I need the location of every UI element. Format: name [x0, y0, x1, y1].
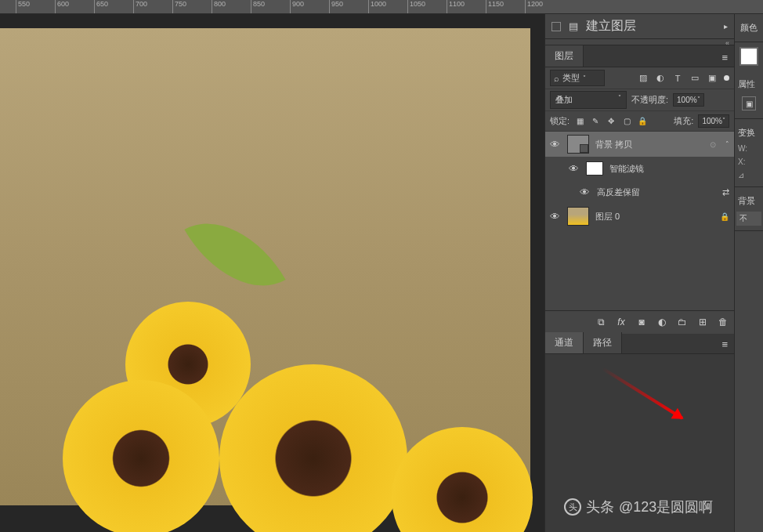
- visibility-eye-icon[interactable]: 👁: [580, 186, 591, 198]
- lock-transparency-icon[interactable]: ▦: [574, 116, 585, 127]
- blend-mode-dropdown[interactable]: 叠加 ˅: [550, 91, 627, 109]
- layer-filter-row: ⌕ 类型 ˅ ▨ ◐ T ▭ ▣: [545, 67, 734, 89]
- foreground-color-swatch[interactable]: [739, 47, 758, 66]
- lock-label: 锁定:: [550, 115, 570, 127]
- panel-menu-icon[interactable]: ≡: [715, 335, 734, 353]
- adjustment-layer-icon[interactable]: ◐: [656, 316, 668, 328]
- filter-type-icon[interactable]: T: [672, 73, 683, 84]
- chevron-down-icon: ˅: [583, 74, 586, 81]
- ruler-tick: 600: [55, 0, 69, 14]
- transform-label: 变换: [736, 124, 761, 142]
- layer-group-icon[interactable]: 🗀: [676, 316, 689, 328]
- filter-adjustment-icon[interactable]: ◐: [655, 73, 666, 84]
- fill-value: 100%: [702, 117, 722, 125]
- filter-type-dropdown[interactable]: ⌕ 类型 ˅: [550, 70, 605, 86]
- layers-list: 👁 背景 拷贝 ⊙ ˄ 👁 智能滤镜 👁 高反差保留 ⇄ 👁 图层 0 🔒: [545, 132, 734, 310]
- canvas-image[interactable]: [0, 28, 530, 505]
- filter-toggle-switch[interactable]: [724, 75, 729, 81]
- fill-label: 填充:: [674, 115, 693, 127]
- angle-icon: ⊿: [738, 171, 744, 179]
- history-state-label[interactable]: 建立图层: [586, 18, 636, 34]
- blend-mode-value: 叠加: [555, 94, 573, 106]
- image-content: [392, 427, 533, 532]
- lock-brush-icon[interactable]: ✎: [590, 116, 601, 127]
- fill-input[interactable]: 100% ˅: [698, 114, 729, 128]
- layer-mask-icon[interactable]: ◙: [635, 316, 648, 328]
- ruler-tick: 850: [251, 0, 265, 14]
- collapse-double-chevron-icon[interactable]: «: [725, 39, 729, 45]
- properties-thumbnail-icon[interactable]: ▣: [742, 96, 756, 110]
- visibility-eye-icon[interactable]: 👁: [569, 163, 580, 175]
- ruler-tick: 900: [290, 0, 304, 14]
- layer-name-label[interactable]: 高反差保留: [597, 186, 716, 198]
- layer-thumbnail[interactable]: [567, 135, 589, 154]
- opacity-value: 100%: [677, 96, 697, 104]
- tab-paths[interactable]: 路径: [584, 332, 622, 353]
- filter-pixel-icon[interactable]: ▨: [638, 73, 649, 84]
- width-label: W:: [738, 144, 747, 153]
- visibility-eye-icon[interactable]: 👁: [550, 211, 561, 223]
- tab-channels[interactable]: 通道: [545, 332, 584, 353]
- background-value-dropdown[interactable]: 不: [736, 212, 761, 226]
- lock-position-icon[interactable]: ✥: [606, 116, 617, 127]
- layer-effects-icon[interactable]: fx: [615, 316, 627, 328]
- panel-menu-icon[interactable]: ≡: [715, 49, 734, 67]
- ruler-tick: 800: [212, 0, 226, 14]
- layers-bottom-toolbar: ⧉ fx ◙ ◐ 🗀 ⊞ 🗑: [545, 310, 734, 334]
- lock-row: 锁定: ▦ ✎ ✥ ▢ 🔒 填充: 100% ˅: [545, 111, 734, 132]
- layer-item-smart-filters[interactable]: 👁 智能滤镜: [545, 157, 734, 180]
- search-icon: ⌕: [554, 74, 559, 83]
- image-content: [219, 364, 407, 532]
- ruler-tick: 1000: [368, 0, 386, 14]
- layers-panel-tabs: 图层 ≡: [545, 45, 734, 67]
- filter-mask-thumbnail[interactable]: [586, 161, 603, 176]
- chevron-down-icon: ˅: [697, 96, 700, 104]
- layer-item-layer-0[interactable]: 👁 图层 0 🔒: [545, 204, 734, 229]
- ruler-tick: 750: [172, 0, 186, 14]
- filter-smartobj-icon[interactable]: ▣: [707, 73, 718, 84]
- layer-item-background-copy[interactable]: 👁 背景 拷贝 ⊙ ˄: [545, 132, 734, 157]
- lock-all-icon[interactable]: 🔒: [637, 116, 648, 127]
- ruler-tick: 1050: [407, 0, 425, 14]
- filter-type-label: 类型: [562, 72, 580, 84]
- ruler-tick: 1200: [525, 0, 543, 14]
- layer-expand-caret-icon[interactable]: ˄: [725, 140, 729, 148]
- tab-color[interactable]: 颜色: [735, 14, 763, 42]
- canvas-workspace[interactable]: [0, 14, 544, 532]
- collapse-chevron-icon[interactable]: ▸: [724, 22, 728, 31]
- blend-mode-row: 叠加 ˅ 不透明度: 100% ˅: [545, 89, 734, 111]
- ruler-horizontal: 550 600 650 700 750 800 850 900 950 1000…: [0, 0, 763, 14]
- lock-icon[interactable]: 🔒: [720, 212, 729, 221]
- visibility-eye-icon[interactable]: 👁: [550, 139, 561, 150]
- layer-item-high-pass-filter[interactable]: 👁 高反差保留 ⇄: [545, 180, 734, 204]
- filter-shape-icon[interactable]: ▭: [689, 73, 700, 84]
- filter-blending-options-icon[interactable]: ⇄: [722, 187, 729, 197]
- smart-filter-badge-icon[interactable]: ⊙: [710, 140, 716, 149]
- layer-thumbnail[interactable]: [567, 207, 589, 226]
- tab-layers[interactable]: 图层: [545, 45, 584, 67]
- panels-sidebar: ▤ 建立图层 ▸ « 图层 ≡ ⌕ 类型 ˅ ▨ ◐ T ▭ ▣: [544, 14, 734, 532]
- checkbox-icon[interactable]: [551, 22, 561, 31]
- ruler-tick: 950: [329, 0, 343, 14]
- new-layer-icon[interactable]: ⊞: [696, 316, 709, 328]
- channels-paths-tabs: 通道 路径 ≡: [545, 334, 734, 354]
- opacity-label: 不透明度:: [631, 94, 668, 106]
- lock-artboard-icon[interactable]: ▢: [621, 116, 632, 127]
- layer-name-label[interactable]: 背景 拷贝: [595, 139, 703, 150]
- opacity-input[interactable]: 100% ˅: [673, 93, 704, 107]
- image-content: [184, 198, 285, 311]
- ruler-tick: 1150: [486, 0, 504, 14]
- paths-panel-body[interactable]: [545, 354, 734, 533]
- rightmost-dock: 颜色 属性 ▣ 变换 W: X: ⊿ 背景 不: [734, 14, 763, 532]
- ruler-tick: 550: [16, 0, 30, 14]
- document-icon: ▤: [569, 20, 578, 32]
- chevron-down-icon: ˅: [722, 117, 725, 125]
- layer-name-label[interactable]: 智能滤镜: [609, 163, 729, 175]
- tab-properties[interactable]: 属性: [736, 75, 761, 93]
- ruler-tick: 650: [94, 0, 108, 14]
- background-label: 背景: [736, 192, 761, 210]
- layer-name-label[interactable]: 图层 0: [595, 211, 714, 223]
- ruler-tick: 1100: [447, 0, 465, 14]
- delete-layer-icon[interactable]: 🗑: [717, 316, 729, 328]
- link-layers-icon[interactable]: ⧉: [595, 316, 607, 328]
